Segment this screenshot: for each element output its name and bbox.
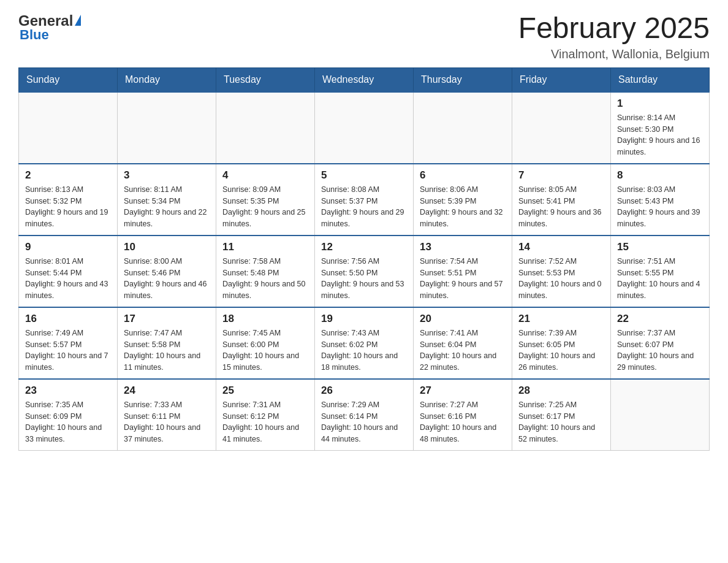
logo-triangle-icon: [75, 15, 81, 26]
day-header-tuesday: Tuesday: [216, 67, 315, 92]
day-number: 25: [222, 385, 308, 397]
day-info: Sunrise: 8:00 AM Sunset: 5:46 PM Dayligh…: [124, 256, 210, 302]
calendar-cell: 16Sunrise: 7:49 AM Sunset: 5:57 PM Dayli…: [19, 307, 118, 379]
day-info: Sunrise: 8:09 AM Sunset: 5:35 PM Dayligh…: [222, 184, 308, 230]
day-number: 14: [518, 241, 604, 253]
day-number: 18: [222, 313, 308, 325]
calendar-cell: [118, 92, 216, 164]
day-info: Sunrise: 8:13 AM Sunset: 5:32 PM Dayligh…: [25, 184, 111, 230]
day-number: 8: [617, 169, 703, 182]
day-number: 17: [124, 313, 210, 325]
calendar-cell: 12Sunrise: 7:56 AM Sunset: 5:50 PM Dayli…: [315, 236, 414, 307]
day-header-thursday: Thursday: [414, 67, 512, 92]
day-info: Sunrise: 7:39 AM Sunset: 6:05 PM Dayligh…: [518, 327, 604, 373]
calendar-cell: 7Sunrise: 8:05 AM Sunset: 5:41 PM Daylig…: [512, 164, 611, 236]
day-number: 20: [420, 313, 506, 325]
calendar-cell: 17Sunrise: 7:47 AM Sunset: 5:58 PM Dayli…: [118, 307, 216, 379]
day-info: Sunrise: 7:37 AM Sunset: 6:07 PM Dayligh…: [617, 327, 703, 373]
day-header-wednesday: Wednesday: [315, 67, 414, 92]
calendar-table: SundayMondayTuesdayWednesdayThursdayFrid…: [18, 67, 710, 451]
calendar-cell: 6Sunrise: 8:06 AM Sunset: 5:39 PM Daylig…: [414, 164, 512, 236]
day-number: 10: [124, 241, 210, 253]
calendar-cell: 14Sunrise: 7:52 AM Sunset: 5:53 PM Dayli…: [512, 236, 611, 307]
day-number: 15: [617, 241, 703, 253]
day-info: Sunrise: 8:05 AM Sunset: 5:41 PM Dayligh…: [518, 184, 604, 230]
page-header: General Blue February 2025 Vinalmont, Wa…: [18, 12, 710, 61]
day-number: 23: [25, 385, 111, 397]
calendar-cell: 10Sunrise: 8:00 AM Sunset: 5:46 PM Dayli…: [118, 236, 216, 307]
month-title: February 2025: [518, 12, 710, 45]
day-number: 5: [321, 169, 407, 182]
day-number: 13: [420, 241, 506, 253]
week-row: 2Sunrise: 8:13 AM Sunset: 5:32 PM Daylig…: [19, 164, 710, 236]
calendar-cell: [216, 92, 315, 164]
day-info: Sunrise: 7:56 AM Sunset: 5:50 PM Dayligh…: [321, 256, 407, 302]
calendar-cell: 25Sunrise: 7:31 AM Sunset: 6:12 PM Dayli…: [216, 379, 315, 451]
day-number: 26: [321, 385, 407, 397]
day-info: Sunrise: 7:58 AM Sunset: 5:48 PM Dayligh…: [222, 256, 308, 302]
calendar-cell: [512, 92, 611, 164]
calendar-cell: 2Sunrise: 8:13 AM Sunset: 5:32 PM Daylig…: [19, 164, 118, 236]
day-info: Sunrise: 7:29 AM Sunset: 6:14 PM Dayligh…: [321, 399, 407, 445]
day-info: Sunrise: 7:52 AM Sunset: 5:53 PM Dayligh…: [518, 256, 604, 302]
day-info: Sunrise: 8:03 AM Sunset: 5:43 PM Dayligh…: [617, 184, 703, 230]
calendar-cell: 11Sunrise: 7:58 AM Sunset: 5:48 PM Dayli…: [216, 236, 315, 307]
calendar-cell: 24Sunrise: 7:33 AM Sunset: 6:11 PM Dayli…: [118, 379, 216, 451]
calendar-header-row: SundayMondayTuesdayWednesdayThursdayFrid…: [19, 67, 710, 92]
calendar-cell: 8Sunrise: 8:03 AM Sunset: 5:43 PM Daylig…: [611, 164, 710, 236]
day-number: 4: [222, 169, 308, 182]
day-info: Sunrise: 7:51 AM Sunset: 5:55 PM Dayligh…: [617, 256, 703, 302]
day-header-friday: Friday: [512, 67, 611, 92]
calendar-cell: [19, 92, 118, 164]
day-number: 9: [25, 241, 111, 253]
day-info: Sunrise: 7:33 AM Sunset: 6:11 PM Dayligh…: [124, 399, 210, 445]
day-info: Sunrise: 7:27 AM Sunset: 6:16 PM Dayligh…: [420, 399, 506, 445]
day-info: Sunrise: 7:35 AM Sunset: 6:09 PM Dayligh…: [25, 399, 111, 445]
logo: General Blue: [18, 12, 81, 43]
calendar-cell: 20Sunrise: 7:41 AM Sunset: 6:04 PM Dayli…: [414, 307, 512, 379]
week-row: 1Sunrise: 8:14 AM Sunset: 5:30 PM Daylig…: [19, 92, 710, 164]
day-number: 3: [124, 169, 210, 182]
calendar-cell: 3Sunrise: 8:11 AM Sunset: 5:34 PM Daylig…: [118, 164, 216, 236]
day-number: 11: [222, 241, 308, 253]
calendar-cell: 26Sunrise: 7:29 AM Sunset: 6:14 PM Dayli…: [315, 379, 414, 451]
calendar-cell: [315, 92, 414, 164]
calendar-cell: 28Sunrise: 7:25 AM Sunset: 6:17 PM Dayli…: [512, 379, 611, 451]
day-info: Sunrise: 7:31 AM Sunset: 6:12 PM Dayligh…: [222, 399, 308, 445]
day-number: 7: [518, 169, 604, 182]
day-number: 6: [420, 169, 506, 182]
calendar-cell: 5Sunrise: 8:08 AM Sunset: 5:37 PM Daylig…: [315, 164, 414, 236]
day-number: 2: [25, 169, 111, 182]
day-number: 24: [124, 385, 210, 397]
day-number: 1: [617, 98, 703, 110]
day-header-monday: Monday: [118, 67, 216, 92]
week-row: 9Sunrise: 8:01 AM Sunset: 5:44 PM Daylig…: [19, 236, 710, 307]
day-number: 28: [518, 385, 604, 397]
day-number: 21: [518, 313, 604, 325]
day-number: 27: [420, 385, 506, 397]
calendar-cell: 15Sunrise: 7:51 AM Sunset: 5:55 PM Dayli…: [611, 236, 710, 307]
day-header-saturday: Saturday: [611, 67, 710, 92]
day-info: Sunrise: 8:08 AM Sunset: 5:37 PM Dayligh…: [321, 184, 407, 230]
day-number: 22: [617, 313, 703, 325]
calendar-cell: 9Sunrise: 8:01 AM Sunset: 5:44 PM Daylig…: [19, 236, 118, 307]
week-row: 16Sunrise: 7:49 AM Sunset: 5:57 PM Dayli…: [19, 307, 710, 379]
calendar-cell: 1Sunrise: 8:14 AM Sunset: 5:30 PM Daylig…: [611, 92, 710, 164]
day-info: Sunrise: 7:45 AM Sunset: 6:00 PM Dayligh…: [222, 327, 308, 373]
day-info: Sunrise: 8:11 AM Sunset: 5:34 PM Dayligh…: [124, 184, 210, 230]
calendar-cell: 18Sunrise: 7:45 AM Sunset: 6:00 PM Dayli…: [216, 307, 315, 379]
calendar-cell: 21Sunrise: 7:39 AM Sunset: 6:05 PM Dayli…: [512, 307, 611, 379]
day-info: Sunrise: 7:43 AM Sunset: 6:02 PM Dayligh…: [321, 327, 407, 373]
calendar-cell: [611, 379, 710, 451]
calendar-cell: 19Sunrise: 7:43 AM Sunset: 6:02 PM Dayli…: [315, 307, 414, 379]
day-header-sunday: Sunday: [19, 67, 118, 92]
calendar-cell: 13Sunrise: 7:54 AM Sunset: 5:51 PM Dayli…: [414, 236, 512, 307]
day-info: Sunrise: 8:14 AM Sunset: 5:30 PM Dayligh…: [617, 112, 703, 158]
day-info: Sunrise: 7:25 AM Sunset: 6:17 PM Dayligh…: [518, 399, 604, 445]
title-section: February 2025 Vinalmont, Wallonia, Belgi…: [518, 12, 710, 61]
logo-blue-text: Blue: [18, 27, 49, 43]
calendar-cell: 22Sunrise: 7:37 AM Sunset: 6:07 PM Dayli…: [611, 307, 710, 379]
day-info: Sunrise: 7:47 AM Sunset: 5:58 PM Dayligh…: [124, 327, 210, 373]
day-info: Sunrise: 8:01 AM Sunset: 5:44 PM Dayligh…: [25, 256, 111, 302]
day-number: 19: [321, 313, 407, 325]
